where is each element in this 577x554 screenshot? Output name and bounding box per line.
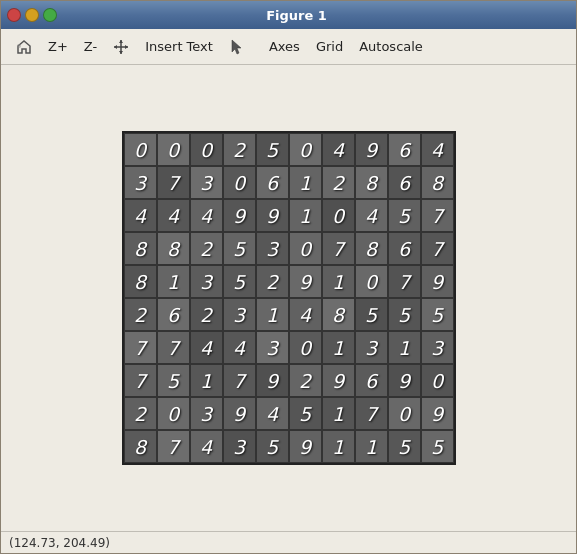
digit-cell: 0 — [322, 199, 355, 232]
digit-cell: 3 — [256, 232, 289, 265]
digit-cell: 3 — [190, 166, 223, 199]
home-icon — [16, 39, 32, 55]
digit-cell: 9 — [388, 364, 421, 397]
toolbar: Z+ Z- Insert Text Axes Grid Autoscale — [1, 29, 576, 65]
digit-cell: 0 — [157, 133, 190, 166]
digit-cell: 6 — [256, 166, 289, 199]
digit-cell: 9 — [289, 430, 322, 463]
digit-cell: 6 — [388, 232, 421, 265]
digit-cell: 5 — [157, 364, 190, 397]
digit-cell: 9 — [421, 397, 454, 430]
digit-cell: 4 — [322, 133, 355, 166]
axes-button[interactable]: Axes — [262, 35, 307, 58]
digit-cell: 2 — [124, 397, 157, 430]
digit-cell: 1 — [157, 265, 190, 298]
digit-cell: 2 — [124, 298, 157, 331]
svg-marker-6 — [125, 45, 128, 49]
digit-cell: 9 — [322, 364, 355, 397]
digit-cell: 5 — [388, 430, 421, 463]
digit-cell: 5 — [388, 298, 421, 331]
digit-cell: 8 — [124, 265, 157, 298]
svg-marker-3 — [119, 40, 123, 43]
digit-cell: 5 — [223, 265, 256, 298]
digit-cell: 5 — [289, 397, 322, 430]
autoscale-button[interactable]: Autoscale — [352, 35, 430, 58]
digit-cell: 1 — [289, 199, 322, 232]
zoom-out-button[interactable]: Z- — [77, 35, 104, 58]
window-title: Figure 1 — [63, 8, 530, 23]
digit-cell: 9 — [289, 265, 322, 298]
digit-cell: 9 — [223, 199, 256, 232]
digit-cell: 4 — [190, 430, 223, 463]
digit-cell: 5 — [421, 298, 454, 331]
digit-cell: 4 — [124, 199, 157, 232]
digit-cell: 3 — [256, 331, 289, 364]
digit-cell: 1 — [322, 265, 355, 298]
digit-cell: 3 — [355, 331, 388, 364]
digit-cell: 0 — [124, 133, 157, 166]
minimize-button[interactable] — [25, 8, 39, 22]
digit-cell: 0 — [289, 232, 322, 265]
digit-cell: 5 — [355, 298, 388, 331]
digit-cell: 2 — [190, 298, 223, 331]
digit-cell: 7 — [355, 397, 388, 430]
digit-cell: 5 — [256, 133, 289, 166]
close-button[interactable] — [7, 8, 21, 22]
digit-cell: 4 — [157, 199, 190, 232]
digit-cell: 0 — [157, 397, 190, 430]
digit-cell: 7 — [421, 199, 454, 232]
digit-cell: 2 — [289, 364, 322, 397]
digit-cell: 0 — [289, 331, 322, 364]
digit-cell: 8 — [322, 298, 355, 331]
zoom-in-button[interactable]: Z+ — [41, 35, 75, 58]
digit-cell: 5 — [421, 430, 454, 463]
grid-button[interactable]: Grid — [309, 35, 350, 58]
digit-cell: 0 — [223, 166, 256, 199]
digit-cell: 9 — [223, 397, 256, 430]
digit-cell: 8 — [157, 232, 190, 265]
digit-cell: 5 — [388, 199, 421, 232]
digit-cell: 0 — [388, 397, 421, 430]
digit-cell: 1 — [355, 430, 388, 463]
main-content: 0002504964373061286844499104578825307867… — [1, 65, 576, 531]
digit-cell: 7 — [421, 232, 454, 265]
digit-cell: 8 — [124, 430, 157, 463]
digit-cell: 7 — [124, 331, 157, 364]
digit-cell: 9 — [256, 199, 289, 232]
digit-cell: 1 — [322, 331, 355, 364]
digit-cell: 4 — [289, 298, 322, 331]
svg-point-0 — [17, 44, 21, 48]
status-bar: (124.73, 204.49) — [1, 531, 576, 553]
move-button[interactable] — [106, 35, 136, 59]
digit-cell: 2 — [223, 133, 256, 166]
digit-cell: 4 — [190, 331, 223, 364]
home-button[interactable] — [9, 35, 39, 59]
digit-cell: 6 — [157, 298, 190, 331]
digit-cell: 7 — [124, 364, 157, 397]
digit-cell: 3 — [421, 331, 454, 364]
digit-cell: 4 — [421, 133, 454, 166]
digit-cell: 3 — [223, 430, 256, 463]
digit-cell: 8 — [124, 232, 157, 265]
digit-cell: 0 — [190, 133, 223, 166]
digit-cell: 9 — [256, 364, 289, 397]
cursor-button[interactable] — [222, 35, 252, 59]
digit-cell: 4 — [190, 199, 223, 232]
figure-area: 0002504964373061286844499104578825307867… — [122, 131, 456, 465]
digit-cell: 4 — [256, 397, 289, 430]
svg-marker-4 — [119, 51, 123, 54]
digit-cell: 9 — [355, 133, 388, 166]
main-window: Figure 1 Z+ Z- Insert Text — [0, 0, 577, 554]
insert-text-button[interactable]: Insert Text — [138, 35, 220, 58]
title-bar: Figure 1 — [1, 1, 576, 29]
maximize-button[interactable] — [43, 8, 57, 22]
digit-cell: 9 — [421, 265, 454, 298]
digit-cell: 3 — [190, 397, 223, 430]
digit-grid: 0002504964373061286844499104578825307867… — [122, 131, 456, 465]
coordinates-display: (124.73, 204.49) — [9, 536, 110, 550]
digit-cell: 1 — [289, 166, 322, 199]
digit-cell: 4 — [223, 331, 256, 364]
digit-cell: 1 — [322, 397, 355, 430]
digit-cell: 5 — [223, 232, 256, 265]
digit-cell: 4 — [355, 199, 388, 232]
